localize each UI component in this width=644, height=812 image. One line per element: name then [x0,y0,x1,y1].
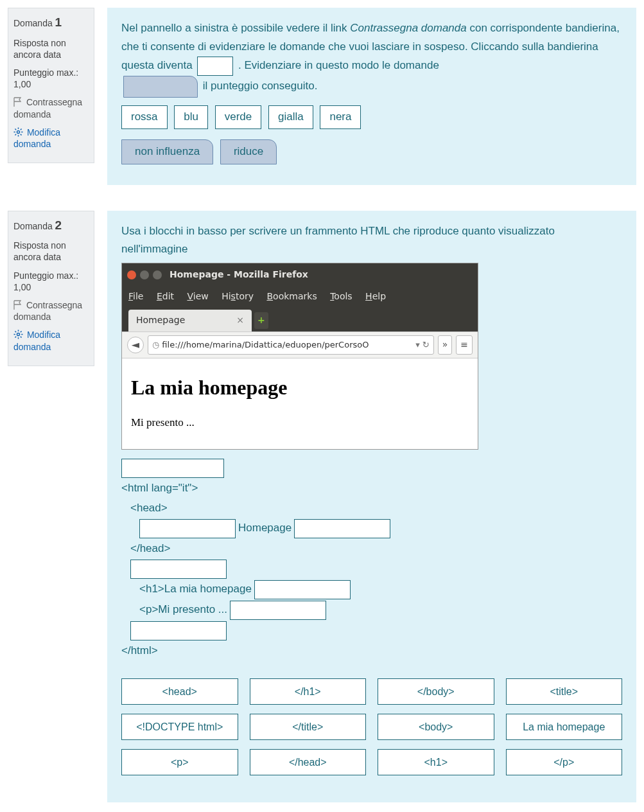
code-title-text: Homepage [238,519,292,538]
slot-doctype[interactable] [121,459,224,478]
chevron-right-icon: » [438,335,453,355]
address-bar-row: ◄ ◷ file:///home/marina/Didattica/eduope… [122,331,478,358]
drag-option-noninfluenza[interactable]: non influenza [121,139,213,164]
opt-body-close[interactable]: </body> [378,678,494,705]
menu-file: File [128,291,143,301]
question-content: Nel pannello a sinistra è possibile vede… [107,8,636,185]
flag-question-link[interactable]: Contrassegna domanda [13,96,89,119]
menu-help: Help [365,291,386,301]
menu-bookmarks: Bookmarks [266,291,317,301]
max-score: Punteggio max.: 1,00 [13,270,89,293]
flag-question-text: Contrassegna domanda [13,97,82,119]
question-label-text: Domanda [13,221,53,231]
globe-icon: ◷ [152,338,159,352]
question-label: Domanda 1 [13,15,89,31]
bank-row-3: <p> </head> <h1> </p> [121,749,622,775]
drag-option-blu[interactable]: blu [174,105,208,129]
new-tab-icon: + [254,312,268,329]
slot-title-open[interactable] [139,519,236,538]
url-text: file:///home/marina/Didattica/eduopen/pe… [162,338,369,352]
slot-p-close[interactable] [230,601,326,620]
question-text: Nel pannello a sinistra è possibile vede… [121,19,622,98]
color-options-row: rossa blu verde gialla nera [121,103,622,132]
bank-row-2: <!DOCTYPE html> </title> <body> La mia h… [121,714,622,740]
opt-body-open[interactable]: <body> [378,714,494,740]
question-number: 2 [55,218,62,232]
opt-p-close[interactable]: </p> [506,749,623,775]
option-bank: <head> </h1> </body> <title> <!DOCTYPE h… [121,678,622,776]
gear-icon [13,330,23,339]
opt-h1-close[interactable]: </h1> [250,678,367,705]
gear-icon [13,127,23,137]
svg-line-17 [21,331,22,333]
browser-screenshot: Homepage - Mozilla Firefox File Edit Vie… [121,263,478,450]
drag-option-riduce[interactable]: riduce [220,139,277,164]
question-info-panel: Domanda 1 Risposta non ancora data Punte… [8,8,94,163]
answer-status: Risposta non ancora data [13,240,89,263]
menu-tools: Tools [330,291,352,301]
window-title: Homepage - Mozilla Firefox [170,267,308,283]
code-skeleton: <html lang="it"> <head> Homepage </head>… [121,459,622,660]
question-number: 1 [55,15,62,29]
svg-line-16 [15,337,16,338]
q1-text-em: Contrassegna domanda [350,22,466,34]
svg-line-8 [21,128,22,130]
svg-line-15 [21,337,22,338]
question-info-panel: Domanda 2 Risposta non ancora data Punte… [8,211,94,366]
drag-option-gialla[interactable]: gialla [268,105,313,129]
drop-zone-color[interactable] [197,57,233,76]
drag-option-rossa[interactable]: rossa [121,105,168,129]
slot-body-close[interactable] [130,621,227,640]
menu-edit: Edit [157,291,174,301]
tab-label: Homepage [136,313,185,328]
opt-head-open[interactable]: <head> [121,678,238,705]
question-1: Domanda 1 Risposta non ancora data Punte… [8,8,636,185]
browser-tab: Homepage × [128,310,252,331]
close-dot-icon [127,270,136,279]
code-html-close: </html> [121,642,622,660]
svg-point-9 [17,333,19,336]
edit-question-link[interactable]: Modifica domanda [13,127,89,150]
slot-body-open[interactable] [130,560,227,579]
opt-doctype[interactable]: <!DOCTYPE html> [121,714,238,740]
code-head-close: </head> [121,540,622,558]
menu-history: History [222,291,254,301]
question-2: Domanda 2 Risposta non ancora data Punte… [8,211,636,803]
window-titlebar: Homepage - Mozilla Firefox [122,263,478,287]
question-content: Usa i blocchi in basso per scrivere un f… [107,211,636,803]
drag-option-nera[interactable]: nera [320,105,361,129]
flag-question-link[interactable]: Contrassegna domanda [13,299,89,322]
max-score: Punteggio max.: 1,00 [13,67,89,90]
page-p: Mi presento ... [131,414,469,432]
edit-question-link[interactable]: Modifica domanda [13,329,89,352]
opt-la-mia-homepage[interactable]: La mia homepage [506,714,623,740]
question-label: Domanda 2 [13,218,89,234]
svg-line-6 [21,134,22,136]
page-body: La mia homepage Mi presento ... [122,358,478,449]
answer-status: Risposta non ancora data [13,37,89,60]
slot-h1-close[interactable] [254,580,351,599]
flag-question-text: Contrassegna domanda [13,300,82,322]
opt-title-open[interactable]: <title> [506,678,623,705]
menu-bar: File Edit View History Bookmarks Tools H… [122,287,478,310]
back-button-icon: ◄ [127,337,144,353]
svg-line-7 [15,134,16,136]
max-dot-icon [153,270,162,279]
code-html-open: <html lang="it"> [121,479,622,498]
drag-option-verde[interactable]: verde [215,105,262,129]
code-h1-open: <h1>La mia homepage [139,580,252,599]
opt-title-close[interactable]: </title> [250,714,367,740]
drop-zone-effect[interactable] [123,76,198,98]
opt-p-open[interactable]: <p> [121,749,238,775]
svg-line-14 [15,331,16,333]
opt-h1-open[interactable]: <h1> [378,749,494,775]
tab-close-icon: × [236,313,244,328]
code-p-open: <p>Mi presento ... [139,601,227,619]
question-label-text: Domanda [13,18,53,28]
dropdown-icon: ▾ [415,338,420,352]
menu-view: View [187,291,208,301]
opt-head-close[interactable]: </head> [250,749,367,775]
q1-text-c: . Evidenziare in questo modo le domande [238,59,439,71]
q1-text-d: il punteggio conseguito. [203,80,318,92]
slot-title-close[interactable] [294,519,390,538]
